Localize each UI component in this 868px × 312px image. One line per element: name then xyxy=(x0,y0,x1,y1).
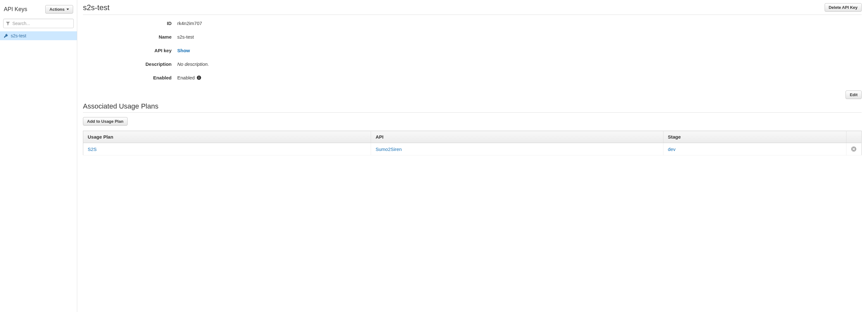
col-action xyxy=(846,131,862,143)
search-input[interactable] xyxy=(3,19,74,28)
remove-icon[interactable] xyxy=(851,146,857,152)
add-to-usage-plan-button[interactable]: Add to Usage Plan xyxy=(83,117,128,126)
api-link[interactable]: Sumo2Siren xyxy=(375,147,402,152)
divider xyxy=(83,112,862,113)
properties-grid: ID rk4n2im707 Name s2s-test API key Show… xyxy=(83,21,862,81)
prop-label-description: Description xyxy=(83,61,172,67)
prop-label-name: Name xyxy=(83,34,172,39)
prop-value-enabled: Enabled xyxy=(177,75,195,81)
prop-label-id: ID xyxy=(83,21,172,26)
chevron-down-icon xyxy=(66,8,69,10)
page-title: s2s-test xyxy=(83,3,110,12)
table-row: S2S Sumo2Siren dev xyxy=(83,143,862,155)
col-usage-plan: Usage Plan xyxy=(83,131,371,143)
prop-label-enabled: Enabled xyxy=(83,75,172,81)
prop-value-name: s2s-test xyxy=(177,34,862,39)
edit-button[interactable]: Edit xyxy=(845,91,862,99)
prop-value-id: rk4n2im707 xyxy=(177,21,862,26)
filter-icon xyxy=(6,21,10,26)
info-icon[interactable] xyxy=(196,75,201,80)
api-key-list: s2s-test xyxy=(0,31,77,40)
svg-rect-1 xyxy=(199,77,199,79)
delete-api-key-button[interactable]: Delete API Key xyxy=(825,3,862,12)
actions-dropdown[interactable]: Actions xyxy=(45,5,73,13)
sidebar-item-s2s-test[interactable]: s2s-test xyxy=(0,31,77,40)
col-api: API xyxy=(371,131,663,143)
sidebar-item-label: s2s-test xyxy=(11,33,26,38)
svg-point-2 xyxy=(199,76,199,77)
actions-label: Actions xyxy=(50,7,65,12)
sidebar-title: API Keys xyxy=(4,6,27,13)
usage-plan-link[interactable]: S2S xyxy=(88,147,97,152)
usage-plans-table: Usage Plan API Stage S2S Sumo2Siren dev xyxy=(83,131,862,155)
key-icon xyxy=(4,34,8,38)
show-api-key-link[interactable]: Show xyxy=(177,48,190,53)
col-stage: Stage xyxy=(663,131,846,143)
usage-plans-heading: Associated Usage Plans xyxy=(83,102,862,111)
prop-value-description: No description. xyxy=(177,61,862,67)
stage-link[interactable]: dev xyxy=(668,147,676,152)
sidebar: API Keys Actions s2s-test xyxy=(0,0,77,312)
main-content: s2s-test Delete API Key ID rk4n2im707 Na… xyxy=(77,0,868,312)
prop-label-apikey: API key xyxy=(83,48,172,53)
